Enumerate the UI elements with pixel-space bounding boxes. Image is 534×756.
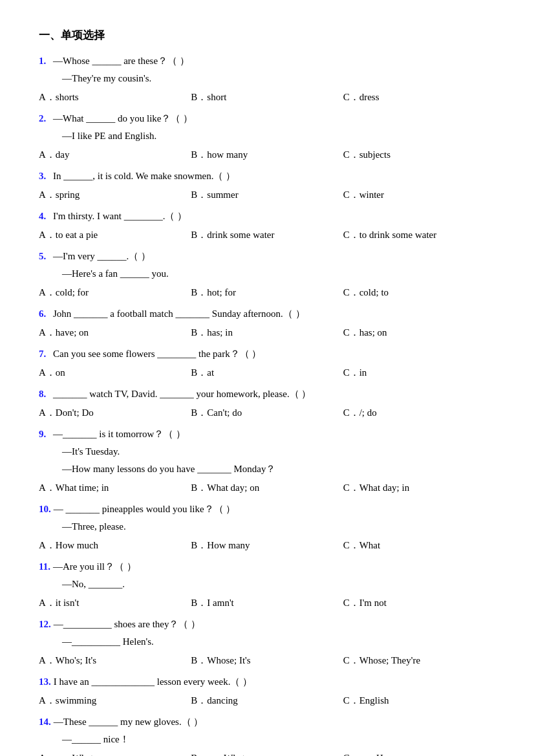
- question-line: 10.— _______ pineapples would you like？（…: [39, 501, 495, 518]
- option-b[interactable]: B．Whose; It's: [191, 652, 343, 669]
- options-row: A．are; What aB．are; WhatC．are; How: [39, 750, 495, 756]
- question-dialogue: —They're my cousin's.: [62, 70, 151, 87]
- question-number: 4.: [39, 208, 50, 225]
- option-b[interactable]: B．at: [191, 364, 343, 382]
- option-c[interactable]: C．has; on: [343, 324, 495, 341]
- option-a[interactable]: A．spring: [39, 186, 191, 204]
- question-dialogue: —______ nice！: [62, 731, 129, 748]
- option-c[interactable]: C．English: [343, 692, 495, 709]
- option-c[interactable]: C．to drink some water: [343, 226, 495, 244]
- option-b[interactable]: B．How many: [191, 537, 343, 554]
- question-number: 7.: [39, 345, 50, 363]
- question-line: 8._______ watch TV, David. _______ your …: [39, 385, 495, 403]
- question-block: 4.I'm thirsty. I want ________.（ ）A．to e…: [39, 208, 495, 244]
- question-line: —I like PE and English.: [50, 127, 495, 145]
- question-block: 9.—_______ is it tomorrow？（ ）—It's Tuesd…: [39, 426, 495, 497]
- question-block: 13.I have an _____________ lesson every …: [39, 673, 495, 709]
- question-line: 9.—_______ is it tomorrow？（ ）: [39, 426, 495, 443]
- option-c[interactable]: C．What day; in: [343, 479, 495, 497]
- option-c[interactable]: C．dress: [343, 89, 495, 106]
- question-line: —No, _______.: [50, 576, 495, 593]
- question-block: 10.— _______ pineapples would you like？（…: [39, 501, 495, 554]
- option-a[interactable]: A．it isn't: [39, 594, 191, 612]
- option-c[interactable]: C．Whose; They're: [343, 652, 495, 669]
- option-b[interactable]: B．Can't; do: [191, 404, 343, 422]
- option-c[interactable]: C．in: [343, 364, 495, 382]
- option-a[interactable]: A．have; on: [39, 324, 191, 341]
- option-b[interactable]: B．how many: [191, 146, 343, 164]
- question-line: 13.I have an _____________ lesson every …: [39, 673, 495, 691]
- options-row: A．onB．atC．in: [39, 364, 495, 382]
- options-row: A．What time; inB．What day; onC．What day;…: [39, 479, 495, 497]
- question-number: 2.: [39, 110, 50, 127]
- option-c[interactable]: C．I'm not: [343, 594, 495, 612]
- question-block: 14.—These ______ my new gloves.（ ）—_____…: [39, 713, 495, 756]
- question-line: 5.—I'm very ______.（ ）: [39, 248, 495, 265]
- options-row: A．cold; forB．hot; forC．cold; to: [39, 284, 495, 301]
- question-text: —What ______ do you like？（ ）: [53, 110, 193, 127]
- question-text: _______ watch TV, David. _______ your ho…: [53, 385, 311, 403]
- question-line: —__________ Helen's.: [50, 633, 495, 651]
- question-text: — _______ pineapples would you like？（ ）: [54, 501, 236, 518]
- options-row: A．it isn'tB．I amn'tC．I'm not: [39, 594, 495, 612]
- option-c[interactable]: C．winter: [343, 186, 495, 204]
- option-b[interactable]: B．I amn't: [191, 594, 343, 612]
- option-a[interactable]: A．to eat a pie: [39, 226, 191, 244]
- question-dialogue: —How many lessons do you have _______ Mo…: [62, 460, 275, 478]
- question-block: 6.John _______ a football match _______ …: [39, 305, 495, 341]
- question-text: —__________ shoes are they？（ ）: [54, 616, 200, 633]
- option-b[interactable]: B．What day; on: [191, 479, 343, 497]
- option-c[interactable]: C．cold; to: [343, 284, 495, 301]
- question-text: —Are you ill？（ ）: [53, 558, 136, 576]
- option-a[interactable]: A．shorts: [39, 89, 191, 106]
- option-b[interactable]: B．hot; for: [191, 284, 343, 301]
- question-line: 4.I'm thirsty. I want ________.（ ）: [39, 208, 495, 225]
- option-b[interactable]: B．summer: [191, 186, 343, 204]
- option-b[interactable]: B．are; What: [191, 750, 343, 756]
- option-a[interactable]: A．Don't; Do: [39, 404, 191, 422]
- section-title: 一、单项选择: [39, 26, 495, 46]
- option-c[interactable]: C．/; do: [343, 404, 495, 422]
- option-b[interactable]: B．short: [191, 89, 343, 106]
- options-row: A．dayB．how manyC．subjects: [39, 146, 495, 164]
- question-text: —I'm very ______.（ ）: [53, 248, 151, 265]
- option-a[interactable]: A．day: [39, 146, 191, 164]
- question-text: —These ______ my new gloves.（ ）: [54, 713, 204, 731]
- option-a[interactable]: A．cold; for: [39, 284, 191, 301]
- question-line: —______ nice！: [50, 731, 495, 748]
- question-number: 13.: [39, 673, 51, 691]
- question-number: 3.: [39, 167, 50, 185]
- question-number: 14.: [39, 713, 51, 731]
- question-text: I'm thirsty. I want ________.（ ）: [53, 208, 187, 225]
- option-a[interactable]: A．swimming: [39, 692, 191, 709]
- option-b[interactable]: B．dancing: [191, 692, 343, 709]
- question-number: 10.: [39, 501, 51, 518]
- option-a[interactable]: A．What time; in: [39, 479, 191, 497]
- option-c[interactable]: C．What: [343, 537, 495, 554]
- question-number: 11.: [39, 558, 50, 576]
- options-row: A．shortsB．shortC．dress: [39, 89, 495, 106]
- question-text: Can you see some flowers ________ the pa…: [53, 345, 261, 363]
- option-b[interactable]: B．has; in: [191, 324, 343, 341]
- question-line: 2.—What ______ do you like？（ ）: [39, 110, 495, 127]
- option-c[interactable]: C．subjects: [343, 146, 495, 164]
- option-a[interactable]: A．How much: [39, 537, 191, 554]
- option-a[interactable]: A．on: [39, 364, 191, 382]
- options-row: A．Who's; It'sB．Whose; It'sC．Whose; They'…: [39, 652, 495, 669]
- question-block: 12.—__________ shoes are they？（ ）—______…: [39, 616, 495, 669]
- question-text: —_______ is it tomorrow？（ ）: [53, 426, 186, 443]
- question-text: In ______, it is cold. We make snowmen.（…: [53, 167, 235, 185]
- option-b[interactable]: B．drink some water: [191, 226, 343, 244]
- options-row: A．to eat a pieB．drink some waterC．to dri…: [39, 226, 495, 244]
- options-row: A．springB．summerC．winter: [39, 186, 495, 204]
- question-block: 2.—What ______ do you like？（ ）—I like PE…: [39, 110, 495, 164]
- options-row: A．Don't; DoB．Can't; doC．/; do: [39, 404, 495, 422]
- option-a[interactable]: A．Who's; It's: [39, 652, 191, 669]
- question-line: —They're my cousin's.: [50, 70, 495, 87]
- question-line: 3.In ______, it is cold. We make snowmen…: [39, 167, 495, 185]
- question-line: 12.—__________ shoes are they？（ ）: [39, 616, 495, 633]
- option-a[interactable]: A．are; What a: [39, 750, 191, 756]
- options-row: A．swimmingB．dancingC．English: [39, 692, 495, 709]
- option-c[interactable]: C．are; How: [343, 750, 495, 756]
- question-dialogue: —It's Tuesday.: [62, 443, 120, 460]
